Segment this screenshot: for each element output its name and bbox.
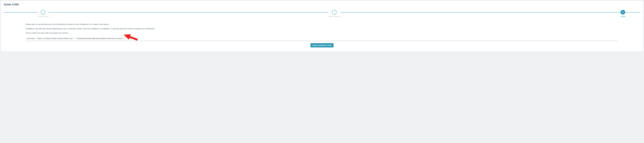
- step-label-3: Install: [620, 15, 625, 18]
- page-title: Sixfab CORE: [4, 3, 640, 6]
- instruction-line-1: Please open a new terminal and run the f…: [26, 23, 618, 26]
- stepper: 1 Select Board 2 Select Location 3 Insta…: [4, 10, 640, 18]
- instruction-line-2: Installation may take few minutes depend…: [26, 27, 618, 30]
- step-2: 2 Select Location: [328, 10, 340, 18]
- install-content: Please open a new terminal and run the f…: [4, 23, 640, 47]
- step-circle-3: 3: [620, 10, 625, 15]
- step-label-2: Select Location: [328, 15, 340, 18]
- step-1: 1 Select Board: [38, 10, 48, 18]
- instruction-line-3: Grab a coffee and relax while we prepare…: [26, 32, 618, 34]
- step-3: 3 Install: [620, 10, 625, 18]
- button-row: Copy Installation Code: [26, 43, 618, 47]
- copy-installation-code-button[interactable]: Copy Installation Code: [310, 43, 334, 47]
- step-line: [625, 12, 640, 13]
- step-circle-1: 1: [41, 10, 46, 15]
- step-line: [340, 12, 620, 13]
- step-circle-2: 2: [332, 10, 337, 15]
- step-line: [48, 12, 328, 13]
- step-label-1: Select Board: [38, 15, 48, 18]
- install-card: Sixfab CORE 1 Select Board 2 Select Loca…: [1, 1, 643, 51]
- install-command-field[interactable]: sudo bash -c "$(curl -sN https://install…: [26, 36, 618, 41]
- step-line: [4, 12, 38, 13]
